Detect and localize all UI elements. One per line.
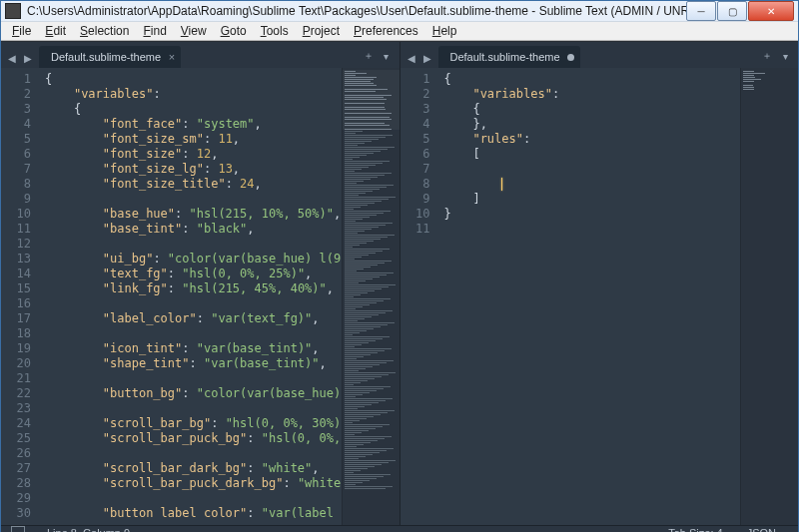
minimap-right[interactable] [740, 68, 798, 525]
tab-menu-icon[interactable]: ▾ [778, 49, 792, 63]
minimize-button[interactable]: ─ [686, 1, 716, 21]
status-position[interactable]: Line 8, Column 9 [35, 527, 142, 532]
maximize-button[interactable]: ▢ [717, 1, 747, 21]
menu-help[interactable]: Help [425, 22, 464, 40]
dirty-indicator-icon[interactable] [567, 54, 574, 61]
workspace: ◀ ▶ Default.sublime-theme × ＋ ▾ 12345678… [1, 41, 798, 525]
tab-history-fwd-icon[interactable]: ▶ [21, 51, 35, 65]
tab-row-right: ◀ ▶ Default.sublime-theme ＋ ▾ [400, 42, 799, 68]
menu-preferences[interactable]: Preferences [347, 22, 425, 40]
menu-goto[interactable]: Goto [214, 22, 254, 40]
close-button[interactable]: ✕ [748, 1, 794, 21]
window-frame: C:\Users\Administrator\AppData\Roaming\S… [0, 0, 799, 532]
close-tab-icon[interactable]: × [169, 51, 175, 63]
menu-selection[interactable]: Selection [73, 22, 136, 40]
tab-label: Default.sublime-theme [450, 51, 560, 63]
menubar: FileEditSelectionFindViewGotoToolsProjec… [1, 21, 798, 41]
pane-left: ◀ ▶ Default.sublime-theme × ＋ ▾ 12345678… [1, 42, 400, 525]
tab-default-theme-right[interactable]: Default.sublime-theme [438, 46, 580, 68]
status-tabsize[interactable]: Tab Size: 4 [656, 527, 734, 532]
tab-menu-icon[interactable]: ▾ [380, 49, 394, 63]
panel-switcher-icon[interactable] [11, 526, 25, 532]
statusbar: Line 8, Column 9 Tab Size: 4 JSON [1, 525, 798, 532]
new-tab-icon[interactable]: ＋ [362, 49, 376, 63]
editor-right[interactable]: 1234567891011 { "variables": { }, "rules… [400, 68, 799, 525]
gutter-right: 1234567891011 [400, 68, 438, 525]
menu-file[interactable]: File [5, 22, 38, 40]
gutter-left: 1234567891011121314151617181920212223242… [1, 68, 39, 525]
titlebar[interactable]: C:\Users\Administrator\AppData\Roaming\S… [1, 1, 798, 21]
menu-edit[interactable]: Edit [38, 22, 73, 40]
window-title: C:\Users\Administrator\AppData\Roaming\S… [27, 4, 686, 18]
code-left[interactable]: { "variables": { "font_face": "system", … [39, 68, 342, 525]
tab-history-fwd-icon[interactable]: ▶ [420, 51, 434, 65]
pane-right: ◀ ▶ Default.sublime-theme ＋ ▾ 1234567891… [400, 42, 799, 525]
minimap-left[interactable] [342, 68, 400, 525]
tab-history-back-icon[interactable]: ◀ [5, 51, 19, 65]
tab-history-back-icon[interactable]: ◀ [404, 51, 418, 65]
menu-find[interactable]: Find [136, 22, 173, 40]
editor-left[interactable]: 1234567891011121314151617181920212223242… [1, 68, 400, 525]
menu-project[interactable]: Project [296, 22, 347, 40]
menu-view[interactable]: View [174, 22, 214, 40]
tab-row-left: ◀ ▶ Default.sublime-theme × ＋ ▾ [1, 42, 400, 68]
status-syntax[interactable]: JSON [735, 527, 788, 532]
code-right[interactable]: { "variables": { }, "rules": [ ]} [438, 68, 741, 525]
tab-label: Default.sublime-theme [51, 51, 161, 63]
menu-tools[interactable]: Tools [254, 22, 296, 40]
app-icon [5, 3, 21, 19]
tab-default-theme-left[interactable]: Default.sublime-theme × [39, 46, 181, 68]
new-tab-icon[interactable]: ＋ [760, 49, 774, 63]
